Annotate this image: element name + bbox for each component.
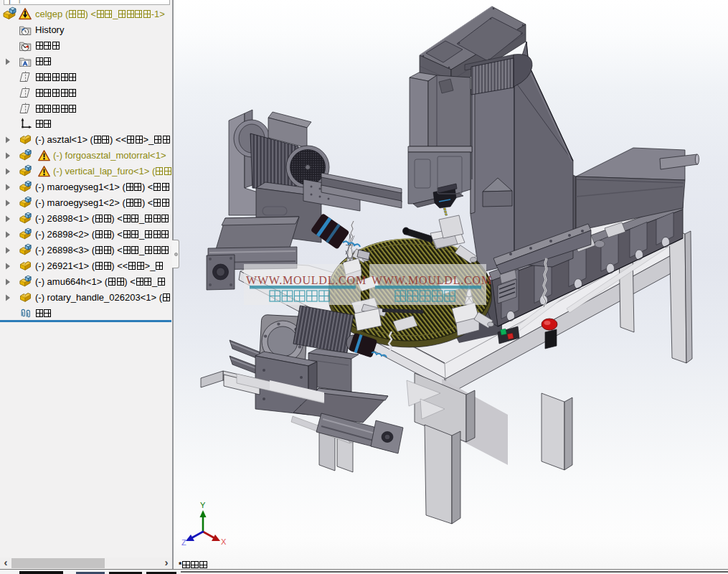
svg-text:WWW.MOULDL.COM: WWW.MOULDL.COM [372, 274, 492, 286]
svg-text:Y: Y [200, 501, 206, 509]
svg-text:X: X [221, 537, 227, 546]
svg-text:Z: Z [181, 538, 186, 547]
svg-text:WWW.MOULDL.COM: WWW.MOULDL.COM [246, 274, 367, 286]
